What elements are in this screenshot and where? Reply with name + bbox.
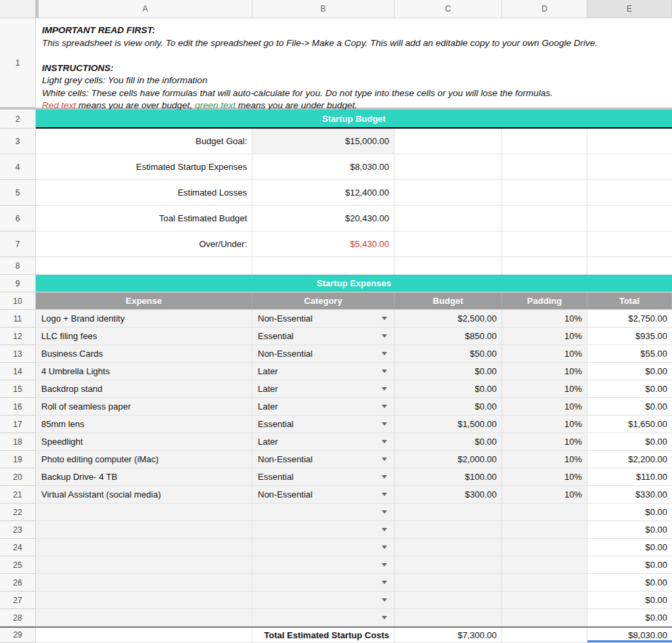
padding-cell[interactable]: 10%: [502, 345, 587, 363]
expense-name-cell[interactable]: [36, 609, 252, 627]
empty-cell[interactable]: [395, 129, 502, 154]
budget-cell[interactable]: $100.00: [395, 468, 502, 486]
empty-cell[interactable]: [502, 231, 587, 257]
budget-cell[interactable]: $0.00: [395, 398, 502, 416]
empty-cell[interactable]: [502, 180, 587, 206]
empty-cell[interactable]: [502, 257, 587, 275]
row-header-6[interactable]: 6: [0, 206, 36, 231]
dropdown-arrow-icon[interactable]: [382, 440, 387, 443]
category-cell[interactable]: Essential: [252, 468, 395, 486]
startup-budget-title-cell[interactable]: Startup Budget: [36, 110, 672, 129]
row-header[interactable]: 19: [0, 451, 36, 468]
empty-cell[interactable]: [587, 180, 672, 206]
budget-goal-label-cell[interactable]: Budget Goal:: [36, 129, 252, 154]
padding-cell[interactable]: [502, 609, 587, 627]
category-cell[interactable]: Essential: [252, 328, 395, 345]
category-cell[interactable]: [252, 592, 395, 609]
row-header[interactable]: 13: [0, 345, 36, 363]
dropdown-arrow-icon[interactable]: [382, 616, 387, 619]
expense-name-cell[interactable]: [36, 539, 252, 556]
row-header[interactable]: 18: [0, 433, 36, 451]
padding-cell[interactable]: 10%: [502, 486, 587, 504]
row-header[interactable]: 24: [0, 539, 36, 556]
dropdown-arrow-icon[interactable]: [382, 598, 387, 602]
padding-cell[interactable]: [502, 521, 587, 539]
expense-name-cell[interactable]: Business Cards: [36, 345, 252, 363]
row-header[interactable]: 27: [0, 592, 36, 609]
row-header-7[interactable]: 7: [0, 231, 36, 257]
empty-cell[interactable]: [395, 206, 502, 231]
budget-cell[interactable]: [395, 539, 502, 556]
empty-cell[interactable]: [395, 257, 502, 275]
dropdown-arrow-icon[interactable]: [382, 370, 387, 373]
budget-cell[interactable]: [395, 556, 502, 574]
row-header[interactable]: 11: [0, 310, 36, 328]
total-cell[interactable]: $0.00: [587, 592, 672, 609]
empty-cell[interactable]: [395, 154, 502, 180]
category-cell[interactable]: Later: [252, 363, 395, 380]
empty-cell[interactable]: [587, 257, 672, 275]
padding-cell[interactable]: [502, 504, 587, 521]
row-header[interactable]: 25: [0, 556, 36, 574]
expense-name-cell[interactable]: [36, 521, 252, 539]
empty-cell[interactable]: [502, 627, 587, 643]
total-cell[interactable]: $0.00: [587, 609, 672, 627]
budget-cell[interactable]: $50.00: [395, 345, 502, 363]
total-cell[interactable]: $1,650.00: [587, 416, 672, 433]
expense-name-cell[interactable]: Virtual Assistant (social media): [36, 486, 252, 504]
empty-cell[interactable]: [587, 129, 672, 154]
row-header[interactable]: 16: [0, 398, 36, 416]
total-costs-total-cell[interactable]: $8,030.00: [587, 627, 672, 643]
expense-name-cell[interactable]: 4 Umbrella Lights: [36, 363, 252, 380]
expense-name-cell[interactable]: [36, 592, 252, 609]
dropdown-arrow-icon[interactable]: [382, 422, 387, 426]
column-header-d[interactable]: D: [502, 0, 587, 18]
padding-cell[interactable]: [502, 592, 587, 609]
row-header[interactable]: 14: [0, 363, 36, 380]
padding-cell[interactable]: 10%: [502, 451, 587, 468]
column-header-e[interactable]: E: [587, 0, 672, 18]
row-header[interactable]: 22: [0, 504, 36, 521]
budget-cell[interactable]: $1,500.00: [395, 416, 502, 433]
category-cell[interactable]: [252, 609, 395, 627]
budget-goal-value-cell[interactable]: $15,000.00: [252, 129, 395, 154]
dropdown-arrow-icon[interactable]: [382, 510, 387, 514]
budget-cell[interactable]: [395, 609, 502, 627]
row-header-29[interactable]: 29: [0, 627, 36, 643]
row-header-1[interactable]: 1: [0, 18, 36, 108]
total-cell[interactable]: $55.00: [587, 345, 672, 363]
category-cell[interactable]: [252, 539, 395, 556]
total-cell[interactable]: $2,750.00: [587, 310, 672, 328]
padding-header-cell[interactable]: Padding: [502, 292, 587, 310]
expense-name-cell[interactable]: [36, 504, 252, 521]
expense-name-cell[interactable]: Photo editing computer (iMac): [36, 451, 252, 468]
total-costs-budget-cell[interactable]: $7,300.00: [395, 627, 502, 643]
padding-cell[interactable]: 10%: [502, 328, 587, 345]
category-cell[interactable]: [252, 574, 395, 592]
row-header-10[interactable]: 10: [0, 292, 36, 310]
padding-cell[interactable]: [502, 539, 587, 556]
budget-cell[interactable]: $2,500.00: [395, 310, 502, 328]
row-header-9[interactable]: 9: [0, 275, 36, 292]
est-expenses-label-cell[interactable]: Estimated Startup Expenses: [36, 154, 252, 180]
row-header[interactable]: 12: [0, 328, 36, 345]
padding-cell[interactable]: [502, 574, 587, 592]
budget-cell[interactable]: $0.00: [395, 433, 502, 451]
padding-cell[interactable]: 10%: [502, 310, 587, 328]
total-budget-label-cell[interactable]: Toal Estimated Budget: [36, 206, 252, 231]
dropdown-arrow-icon[interactable]: [382, 546, 387, 549]
expense-name-cell[interactable]: [36, 556, 252, 574]
row-header[interactable]: 21: [0, 486, 36, 504]
instructions-cell[interactable]: IMPORTANT READ FIRST: This spreadsheet i…: [36, 18, 672, 108]
budget-cell[interactable]: [395, 574, 502, 592]
category-cell[interactable]: Later: [252, 398, 395, 416]
dropdown-arrow-icon[interactable]: [382, 352, 387, 355]
category-cell[interactable]: [252, 521, 395, 539]
total-cell[interactable]: $0.00: [587, 433, 672, 451]
dropdown-arrow-icon[interactable]: [382, 493, 387, 496]
category-cell[interactable]: Non-Essential: [252, 310, 395, 328]
row-header[interactable]: 23: [0, 521, 36, 539]
total-cell[interactable]: $0.00: [587, 539, 672, 556]
row-header[interactable]: 15: [0, 380, 36, 398]
expense-name-cell[interactable]: Logo + Brand identity: [36, 310, 252, 328]
